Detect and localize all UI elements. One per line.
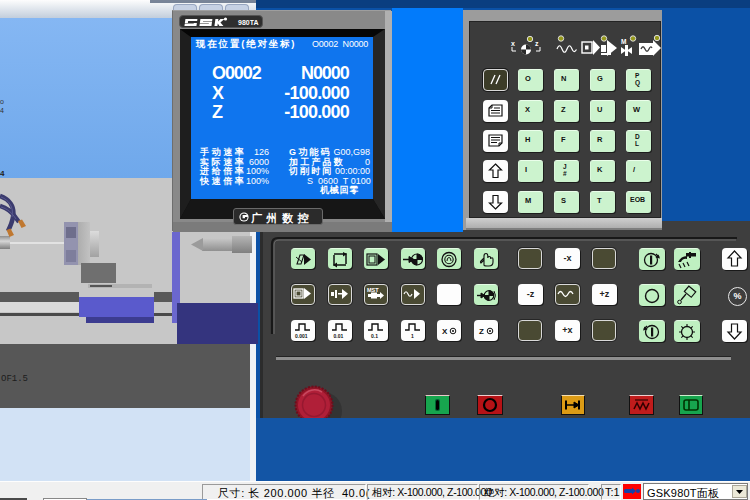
svg-text:x: x xyxy=(511,40,515,47)
svg-text:M: M xyxy=(621,38,626,45)
svg-text:0.01: 0.01 xyxy=(334,333,344,339)
svg-text:X: X xyxy=(442,327,448,336)
svg-text:Z: Z xyxy=(479,327,484,336)
svg-text:1: 1 xyxy=(411,333,414,339)
svg-text:MST: MST xyxy=(367,287,379,293)
svg-text:z: z xyxy=(535,40,539,47)
svg-text:0.1: 0.1 xyxy=(371,333,378,339)
svg-text:0.001: 0.001 xyxy=(295,333,308,339)
